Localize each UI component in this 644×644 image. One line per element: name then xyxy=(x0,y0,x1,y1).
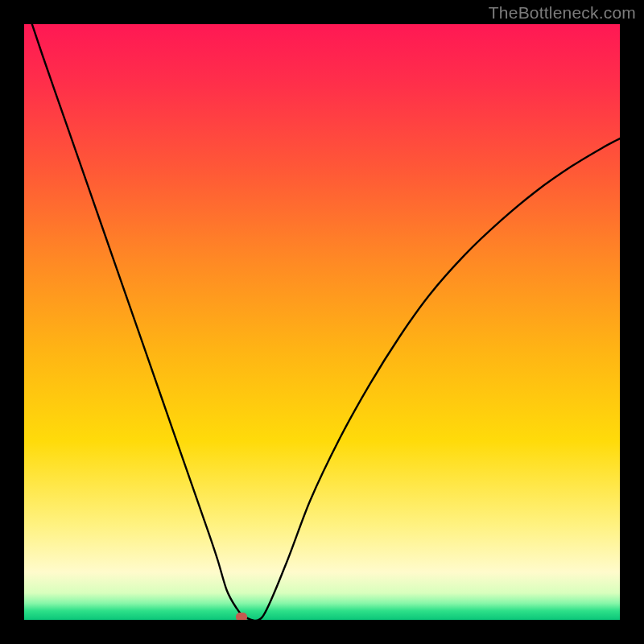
chart-frame: TheBottleneck.com xyxy=(0,0,644,644)
min-point-marker xyxy=(236,613,247,620)
attribution-text: TheBottleneck.com xyxy=(489,3,636,23)
bottleneck-curve xyxy=(24,24,620,620)
plot-area xyxy=(24,24,620,620)
